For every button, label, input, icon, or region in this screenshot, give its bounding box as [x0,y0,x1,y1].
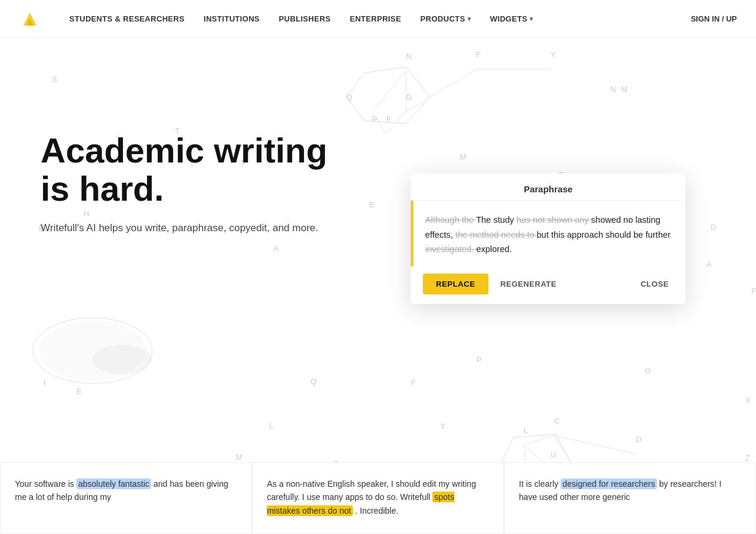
regenerate-button[interactable]: REGENERATE [496,274,561,294]
logo[interactable] [19,8,41,30]
bg-letter: O [645,366,651,375]
testimonial-card-1: Your software is absolutely fantastic an… [0,462,252,534]
bg-letter: I [44,378,46,387]
nav-students[interactable]: STUDENTS & RESEARCHERS [69,14,185,23]
bg-letter: D [636,435,641,444]
testimonials-section: Your software is absolutely fantastic an… [0,462,756,534]
bg-letter: N [406,52,411,61]
nav-enterprise[interactable]: ENTERPRISE [350,14,401,23]
bg-letter: L [269,421,273,430]
bg-letter: F [411,378,416,387]
svg-line-6 [372,71,406,112]
hero-section: Academic writing is hard. Writefull's AI… [41,131,351,234]
hero-title: Academic writing is hard. [41,131,351,208]
close-button[interactable]: CLOSE [636,274,674,294]
testimonial-card-3: It is clearly designed for researchers b… [504,462,756,534]
bg-letter: Z [745,453,750,462]
popup-content: Although the The study has not shown any… [411,201,686,266]
bg-letter: Q [346,93,352,102]
logo-icon [19,8,41,30]
bg-letter: U [551,450,556,459]
bg-letter: M [236,453,242,462]
replacement-text-4: explored. [476,244,512,254]
navbar: STUDENTS & RESEARCHERS INSTITUTIONS PUBL… [0,0,756,38]
main-content: SNFYQGPFNMTTBMQBHADAFIEQFPOXLYMBSCLDUDIB… [0,0,756,534]
nav-publishers[interactable]: PUBLISHERS [279,14,331,23]
nav-widgets[interactable]: WIDGETS ▾ [490,14,533,23]
bg-letter: B [369,200,374,209]
nav-links: STUDENTS & RESEARCHERS INSTITUTIONS PUBL… [69,14,691,23]
bg-letter: N [610,85,616,94]
testimonial-1-text-before: Your software is [15,479,76,489]
original-text-2: has not shown any [517,215,591,225]
original-text-4: investigated. [425,244,476,254]
bg-letter: M [460,152,466,161]
bg-letter: P [372,115,377,124]
bg-letter: Q [311,377,316,386]
svg-line-12 [524,435,554,445]
products-chevron-icon: ▾ [468,16,471,22]
bg-letter: L [524,426,528,435]
bg-letter: F [751,287,756,296]
bg-letter: P [477,355,482,364]
testimonial-2-text-after: . Incredible. [353,506,398,515]
bg-letter: M [621,85,628,94]
bg-letter: D [711,223,716,232]
bg-letter: Y [551,50,556,59]
replacement-text-3: but this approach should be further [537,230,671,240]
testimonial-card-2: As a non-native English speaker, I shoul… [252,462,504,534]
nav-institutions[interactable]: INSTITUTIONS [204,14,260,23]
svg-line-18 [554,435,636,454]
bg-letter: G [406,93,412,102]
bg-letter: F [386,115,391,124]
original-text-1: Although the [425,215,476,225]
bg-letter: C [554,416,560,425]
original-text-3: the method needs to [456,230,537,240]
bg-letter: F [476,50,481,59]
testimonial-3-highlight: designed for researchers [561,478,657,489]
bg-letter: A [273,244,279,253]
popup-header: Paraphrase [411,173,686,201]
hero-subtitle: Writefull's AI helps you write, paraphra… [41,222,327,234]
testimonial-3-text-before: It is clearly [519,479,561,489]
replacement-text-1: The study [476,215,517,225]
testimonial-1-highlight: absolutely fantastic [76,478,151,489]
bg-letter: S [52,75,57,84]
signin-link[interactable]: SIGN IN / UP [691,14,737,23]
bg-letter: X [745,396,751,405]
paraphrase-popup: Paraphrase Although the The study has no… [411,173,686,304]
svg-line-13 [554,435,570,461]
svg-line-8 [406,69,476,112]
bg-letter: A [706,260,712,269]
svg-point-20 [93,345,152,375]
bg-letter: E [76,387,82,396]
nav-products[interactable]: PRODUCTS ▾ [420,14,471,23]
bg-letter: Y [440,422,445,431]
popup-actions: REPLACE REGENERATE CLOSE [411,266,686,304]
widgets-chevron-icon: ▾ [530,16,533,22]
replace-button[interactable]: REPLACE [423,274,488,294]
